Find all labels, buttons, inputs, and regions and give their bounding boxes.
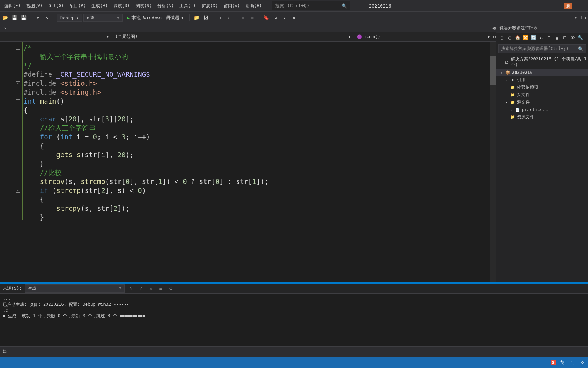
sidebar-toolbar: ◯ ◯ 🏠 🔀 🔄 ↻ ⊟ ▣ ⊡ 👁 🔧 — [496, 33, 588, 43]
expand-arrow-icon[interactable]: ▾ — [504, 100, 508, 104]
output-source-label: 来源(S): — [3, 285, 22, 292]
back-icon[interactable]: ◯ — [499, 35, 505, 41]
code-area[interactable]: ----- /* 输入三个字符串中找出最小的*/#define _CRT_SEC… — [0, 42, 496, 282]
indent-more-icon[interactable]: ≡ — [248, 14, 256, 22]
preview-icon[interactable]: 👁 — [570, 35, 576, 41]
show-all-icon[interactable]: ▣ — [554, 35, 560, 41]
output-text[interactable]: ... 已启动生成: 项目: 20210216, 配置: Debug Win32… — [0, 294, 588, 346]
output-panel: 来源(S): 生成▾ ↰ ↱ ✕ ≡ ⚙ ... 已启动生成: 项目: 2021… — [0, 284, 588, 346]
new-badge[interactable]: 新 — [564, 3, 572, 9]
step-out-icon[interactable]: ⇤ — [225, 14, 233, 22]
switch-view-icon[interactable]: 🔀 — [523, 35, 528, 41]
editor-tab[interactable]: ✕ — [1, 25, 10, 31]
tree-label: 外部依赖项 — [517, 84, 538, 90]
split-icon[interactable]: ↔ — [493, 34, 496, 39]
close-icon[interactable]: ✕ — [4, 26, 7, 30]
output-settings-icon[interactable]: ⚙ — [167, 285, 174, 292]
menu-help[interactable]: 帮助(H) — [243, 1, 265, 10]
indent-less-icon[interactable]: ≡ — [239, 14, 247, 22]
fold-toggle[interactable]: - — [16, 189, 20, 193]
collapse-icon[interactable]: ⊟ — [546, 35, 552, 41]
tree-item[interactable]: 📁头文件 — [496, 91, 588, 99]
ime-mode-icon[interactable]: °, — [569, 359, 577, 366]
sidebar-search-input[interactable]: 搜索解决方案资源管理器(Ctrl+;) 🔍 — [498, 44, 586, 53]
fold-toggle[interactable]: - — [16, 81, 20, 85]
menu-analyze[interactable]: 分析(N) — [154, 1, 177, 10]
menu-git[interactable]: Git(G) — [45, 2, 66, 10]
scroll-thumb[interactable] — [490, 56, 496, 85]
platform-combo[interactable]: x86▾ — [83, 14, 123, 22]
search-input[interactable]: 搜索 (Ctrl+Q) 🔍 — [272, 1, 350, 10]
properties-icon[interactable]: ⊡ — [562, 35, 568, 41]
step-icon[interactable]: ⇥ — [216, 14, 224, 22]
tree-item[interactable]: ▸📄practice.c — [496, 106, 588, 113]
wrench-icon[interactable]: 🔧 — [578, 35, 583, 41]
nav-func-combo[interactable]: 🟣 main()▾ — [354, 33, 493, 41]
main-area: ✕ ▾ ⚙ ▾ (全局范围)▾ 🟣 main()▾ ↔ ----- /* 输入三… — [0, 24, 588, 282]
ime-face-icon[interactable]: ☺ — [580, 359, 585, 366]
fold-toggle[interactable]: - — [16, 135, 20, 139]
new-folder-icon[interactable]: 📁 — [193, 14, 201, 22]
chevron-down-icon: ▾ — [107, 34, 109, 39]
nav-scope-combo[interactable]: (全局范围)▾ — [112, 32, 354, 41]
refresh-icon[interactable]: ↻ — [538, 35, 544, 41]
redo-icon[interactable]: ↷ — [43, 14, 51, 22]
bookmark-clear-icon[interactable]: ✕ — [290, 14, 298, 22]
home-icon[interactable]: 🏠 — [515, 35, 521, 41]
tree-item[interactable]: 📁资源文件 — [496, 113, 588, 121]
fold-toggle[interactable]: - — [16, 46, 20, 50]
ime-lang[interactable]: 英 — [559, 359, 566, 367]
bookmark-next-icon[interactable]: ▸ — [281, 14, 289, 22]
tree-item[interactable]: ▾📁源文件 — [496, 99, 588, 106]
file-icon: 📄 — [515, 107, 521, 113]
output-source-combo[interactable]: 生成▾ — [25, 284, 125, 293]
scrollbar[interactable] — [490, 42, 496, 282]
menu-tools[interactable]: 工具(T) — [177, 1, 199, 10]
menu-view[interactable]: 视图(V) — [24, 1, 46, 10]
menu-build[interactable]: 生成(B) — [88, 1, 111, 10]
save-all-icon[interactable]: 💾 — [20, 14, 28, 22]
open-file-icon[interactable]: 📂 — [1, 14, 9, 22]
menu-window[interactable]: 窗口(W) — [221, 1, 243, 10]
save-icon[interactable]: 💾 — [11, 14, 19, 22]
bookmark-prev-icon[interactable]: ◂ — [272, 14, 279, 22]
menu-test[interactable]: 测试(S) — [133, 1, 155, 10]
goto-next-icon[interactable]: ↱ — [137, 285, 145, 292]
sidebar-search-placeholder: 搜索解决方案资源管理器(Ctrl+;) — [501, 46, 569, 52]
config-combo[interactable]: Debug▾ — [57, 14, 82, 22]
code-text[interactable]: /* 输入三个字符串中找出最小的*/#define _CRT_SECURE_NO… — [24, 42, 490, 282]
undo-icon[interactable]: ↶ — [34, 14, 42, 22]
fold-toggle[interactable]: - — [16, 99, 20, 103]
word-wrap-icon[interactable]: ≡ — [157, 285, 164, 292]
sogou-ime-icon[interactable]: S — [551, 360, 556, 365]
tab-settings-icon[interactable]: ⚙ — [493, 25, 496, 31]
live-share-icon[interactable]: ⇪ — [572, 14, 579, 22]
ref-icon: ▪ — [510, 77, 516, 83]
chevron-down-icon: ▾ — [487, 34, 490, 39]
tree-item[interactable]: ▸▪引用 — [496, 76, 588, 84]
goto-prev-icon[interactable]: ↰ — [127, 285, 135, 292]
clear-icon[interactable]: ✕ — [147, 285, 154, 292]
menu-project[interactable]: 项目(P) — [67, 1, 89, 10]
expand-arrow-icon[interactable]: ▸ — [509, 108, 513, 112]
image-icon[interactable]: 🖼 — [202, 14, 210, 22]
sln-icon: 🗂 — [505, 59, 510, 65]
menu-edit[interactable]: 编辑(E) — [1, 1, 24, 10]
nav-type-combo[interactable]: ▾ — [0, 33, 112, 41]
solution-tree: 🗂解决方案"20210216"(1 个项目/共 1 个)▾📦20210216▸▪… — [496, 55, 588, 282]
sync-icon[interactable]: 🔄 — [531, 35, 536, 41]
forward-icon[interactable]: ◯ — [507, 35, 513, 41]
tree-item[interactable]: 📁外部依赖项 — [496, 84, 588, 91]
tree-label: 20210216 — [512, 70, 533, 75]
tree-item[interactable]: ▾📦20210216 — [496, 69, 588, 76]
run-button[interactable]: ▶本地 Windows 调试器▾ — [124, 14, 187, 22]
tree-item[interactable]: 🗂解决方案"20210216"(1 个项目/共 1 个) — [496, 55, 588, 69]
live-share-label[interactable]: Li — [581, 15, 587, 20]
tree-label: practice.c — [522, 107, 548, 112]
expand-arrow-icon[interactable]: ▾ — [499, 71, 503, 75]
menu-extensions[interactable]: 扩展(X) — [199, 1, 221, 10]
expand-arrow-icon[interactable]: ▸ — [504, 78, 508, 82]
menu-debug[interactable]: 调试(D) — [111, 1, 133, 10]
line-gutter — [0, 42, 14, 282]
bookmark-icon[interactable]: 🔖 — [262, 14, 270, 22]
